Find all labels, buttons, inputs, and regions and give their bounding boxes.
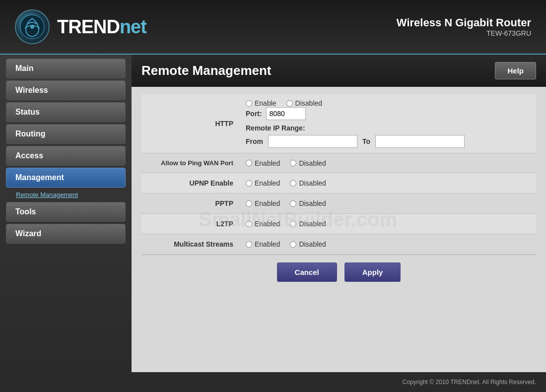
sidebar-item-status[interactable]: Status — [6, 102, 126, 122]
l2tp-disabled-text: Disabled — [299, 220, 326, 228]
pptp-disabled-label[interactable]: Disabled — [290, 199, 326, 207]
http-label: HTTP — [141, 94, 241, 153]
http-enable-text: Enable — [255, 99, 276, 107]
sidebar: Main Wireless Status Routing Access Mana… — [0, 55, 132, 372]
logo-net: net — [120, 16, 146, 37]
l2tp-controls: Enabled Disabled — [241, 214, 536, 234]
upnp-radio-group: Enabled Disabled — [246, 179, 531, 187]
footer: Copyright © 2010 TRENDnet. All Rights Re… — [0, 372, 546, 392]
upnp-row: UPNP Enable Enabled Disabled — [141, 173, 536, 194]
upnp-disabled-radio[interactable] — [290, 180, 296, 187]
l2tp-row: L2TP Enabled Disabled — [141, 214, 536, 234]
from-ip-input[interactable] — [268, 135, 357, 148]
sidebar-item-management[interactable]: Management — [6, 168, 126, 188]
to-ip-input[interactable] — [375, 135, 465, 148]
l2tp-radio-group: Enabled Disabled — [246, 220, 531, 228]
product-info: Wireless N Gigabit Router TEW-673GRU — [397, 16, 531, 37]
ping-wan-label: Allow to Ping WAN Port — [141, 153, 241, 173]
cancel-button[interactable]: Cancel — [277, 262, 337, 282]
page-title: Remote Management — [141, 63, 272, 78]
pptp-enabled-label[interactable]: Enabled — [246, 199, 280, 207]
pptp-enabled-radio[interactable] — [246, 200, 252, 207]
sidebar-item-tools[interactable]: Tools — [6, 202, 126, 222]
svg-point-1 — [30, 25, 34, 29]
upnp-enabled-text: Enabled — [255, 179, 280, 187]
product-model: TEW-673GRU — [397, 29, 531, 37]
port-row: Port: — [246, 107, 531, 120]
upnp-enabled-radio[interactable] — [246, 180, 252, 187]
from-label: From — [246, 137, 263, 145]
http-disabled-radio[interactable] — [286, 100, 293, 107]
main-layout: Main Wireless Status Routing Access Mana… — [0, 55, 546, 372]
l2tp-disabled-label[interactable]: Disabled — [290, 220, 326, 228]
pptp-enabled-text: Enabled — [255, 199, 280, 207]
ip-range-row: From To — [246, 135, 531, 148]
http-disabled-text: Disabled — [295, 99, 322, 107]
multicast-disabled-label[interactable]: Disabled — [290, 240, 326, 248]
sidebar-item-access[interactable]: Access — [6, 146, 126, 166]
sidebar-item-wireless[interactable]: Wireless — [6, 80, 126, 100]
ping-enabled-text: Enabled — [255, 159, 280, 167]
ping-enabled-radio[interactable] — [246, 160, 252, 166]
multicast-enabled-label[interactable]: Enabled — [246, 240, 280, 248]
l2tp-enabled-text: Enabled — [255, 220, 280, 228]
button-row: Cancel Apply — [141, 255, 536, 289]
http-disabled-label[interactable]: Disabled — [286, 99, 322, 107]
multicast-disabled-text: Disabled — [299, 240, 326, 248]
pptp-controls: Enabled Disabled — [241, 194, 536, 214]
upnp-enabled-label[interactable]: Enabled — [246, 179, 280, 187]
form-area: HTTP Enable Disabled — [132, 87, 546, 372]
port-input[interactable] — [266, 107, 306, 120]
content-header: Remote Management Help — [132, 55, 546, 87]
l2tp-enabled-radio[interactable] — [246, 221, 252, 227]
sidebar-subitem-remote-management[interactable]: Remote Management — [16, 190, 126, 200]
logo-text: TRENDnet — [57, 16, 146, 38]
logo-trend: TREND — [57, 16, 120, 37]
ping-disabled-radio[interactable] — [290, 160, 296, 166]
sidebar-item-wizard[interactable]: Wizard — [6, 224, 126, 244]
product-name: Wireless N Gigabit Router — [397, 16, 531, 29]
l2tp-enabled-label[interactable]: Enabled — [246, 220, 280, 228]
ping-wan-row: Allow to Ping WAN Port Enabled Disabled — [141, 153, 536, 173]
multicast-controls: Enabled Disabled — [241, 234, 536, 255]
apply-button[interactable]: Apply — [344, 262, 401, 282]
upnp-controls: Enabled Disabled — [241, 173, 536, 194]
http-row: HTTP Enable Disabled — [141, 94, 536, 153]
multicast-enabled-radio[interactable] — [246, 241, 252, 248]
upnp-disabled-label[interactable]: Disabled — [290, 179, 326, 187]
header: TRENDnet Wireless N Gigabit Router TEW-6… — [0, 0, 546, 55]
ping-disabled-label[interactable]: Disabled — [290, 159, 326, 167]
to-label: To — [362, 137, 370, 145]
sidebar-item-main[interactable]: Main — [6, 59, 126, 78]
logo-area: TRENDnet — [15, 9, 146, 44]
pptp-disabled-radio[interactable] — [290, 200, 296, 207]
multicast-enabled-text: Enabled — [255, 240, 280, 248]
settings-table: HTTP Enable Disabled — [141, 94, 536, 255]
pptp-disabled-text: Disabled — [299, 199, 326, 207]
http-radio-group: Enable Disabled — [246, 99, 531, 107]
l2tp-label: L2TP — [141, 214, 241, 234]
multicast-row: Multicast Streams Enabled Disabled — [141, 234, 536, 255]
multicast-disabled-radio[interactable] — [290, 241, 296, 248]
http-enable-radio[interactable] — [246, 100, 252, 107]
http-controls: Enable Disabled Port: Remote IP Range: — [241, 94, 536, 153]
port-label: Port: — [246, 110, 262, 118]
remote-ip-range-label: Remote IP Range: — [246, 124, 531, 132]
ping-disabled-text: Disabled — [299, 159, 326, 167]
content-area: Remote Management Help HTTP Enable — [132, 55, 546, 372]
ping-wan-controls: Enabled Disabled — [241, 153, 536, 173]
pptp-row: PPTP Enabled Disabled — [141, 194, 536, 214]
sidebar-item-routing[interactable]: Routing — [6, 124, 126, 144]
http-enable-label[interactable]: Enable — [246, 99, 276, 107]
multicast-radio-group: Enabled Disabled — [246, 240, 531, 248]
help-button[interactable]: Help — [495, 62, 536, 79]
multicast-label: Multicast Streams — [141, 234, 241, 255]
pptp-radio-group: Enabled Disabled — [246, 199, 531, 207]
ping-enabled-label[interactable]: Enabled — [246, 159, 280, 167]
upnp-disabled-text: Disabled — [299, 179, 326, 187]
ping-wan-radio-group: Enabled Disabled — [246, 159, 531, 167]
pptp-label: PPTP — [141, 194, 241, 214]
sidebar-sub-management: Remote Management — [6, 190, 126, 200]
trendnet-logo-icon — [15, 9, 50, 44]
l2tp-disabled-radio[interactable] — [290, 221, 296, 227]
